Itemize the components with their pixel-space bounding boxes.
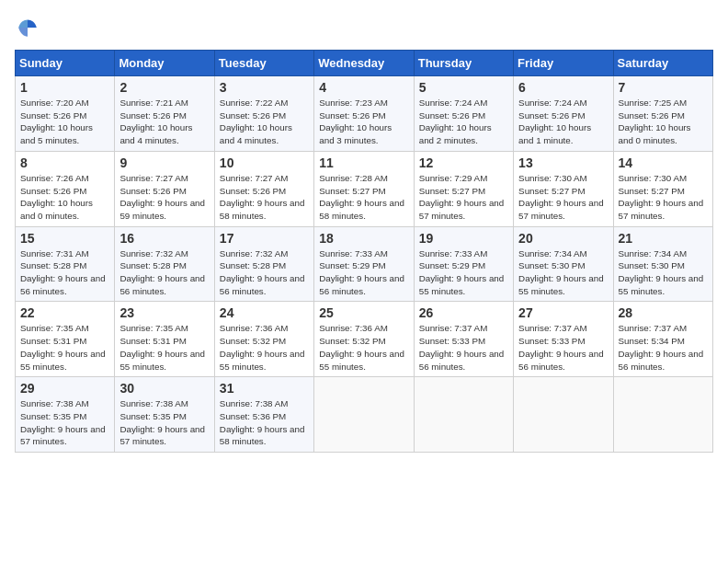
- day-info: Sunrise: 7:23 AM Sunset: 5:26 PM Dayligh…: [319, 97, 408, 147]
- calendar-cell: 15 Sunrise: 7:31 AM Sunset: 5:28 PM Dayl…: [16, 226, 115, 302]
- calendar-cell: 9 Sunrise: 7:27 AM Sunset: 5:26 PM Dayli…: [115, 151, 214, 226]
- weekday-header-row: SundayMondayTuesdayWednesdayThursdayFrid…: [16, 51, 713, 76]
- day-number: 7: [619, 80, 708, 95]
- day-number: 31: [220, 381, 309, 396]
- calendar-cell: 1 Sunrise: 7:20 AM Sunset: 5:26 PM Dayli…: [16, 76, 115, 152]
- weekday-header-tuesday: Tuesday: [214, 51, 313, 76]
- day-info: Sunrise: 7:25 AM Sunset: 5:26 PM Dayligh…: [619, 97, 708, 147]
- day-info: Sunrise: 7:21 AM Sunset: 5:26 PM Dayligh…: [119, 97, 209, 147]
- day-info: Sunrise: 7:28 AM Sunset: 5:27 PM Dayligh…: [319, 172, 408, 223]
- day-info: Sunrise: 7:31 AM Sunset: 5:28 PM Dayligh…: [20, 247, 109, 298]
- day-number: 10: [220, 155, 309, 170]
- calendar-cell: 2 Sunrise: 7:21 AM Sunset: 5:26 PM Dayli…: [115, 76, 214, 152]
- calendar-cell: [613, 377, 712, 453]
- day-info: Sunrise: 7:26 AM Sunset: 5:26 PM Dayligh…: [20, 172, 109, 223]
- calendar-cell: 29 Sunrise: 7:38 AM Sunset: 5:35 PM Dayl…: [16, 377, 115, 453]
- day-number: 18: [319, 231, 408, 246]
- calendar-cell: 19 Sunrise: 7:33 AM Sunset: 5:29 PM Dayl…: [414, 226, 513, 302]
- calendar-cell: 24 Sunrise: 7:36 AM Sunset: 5:32 PM Dayl…: [214, 302, 313, 377]
- day-number: 12: [419, 155, 508, 170]
- calendar-cell: 10 Sunrise: 7:27 AM Sunset: 5:26 PM Dayl…: [214, 151, 313, 226]
- calendar-table: SundayMondayTuesdayWednesdayThursdayFrid…: [15, 50, 713, 453]
- calendar-cell: 21 Sunrise: 7:34 AM Sunset: 5:30 PM Dayl…: [613, 226, 712, 302]
- day-info: Sunrise: 7:30 AM Sunset: 5:27 PM Dayligh…: [518, 172, 608, 223]
- day-number: 20: [518, 231, 608, 246]
- day-info: Sunrise: 7:24 AM Sunset: 5:26 PM Dayligh…: [518, 97, 608, 147]
- day-number: 13: [518, 155, 608, 170]
- day-info: Sunrise: 7:37 AM Sunset: 5:34 PM Dayligh…: [619, 322, 708, 373]
- calendar-cell: 5 Sunrise: 7:24 AM Sunset: 5:26 PM Dayli…: [414, 76, 513, 152]
- calendar-cell: 3 Sunrise: 7:22 AM Sunset: 5:26 PM Dayli…: [214, 76, 313, 152]
- day-number: 29: [20, 381, 109, 396]
- day-number: 9: [119, 155, 209, 170]
- calendar-cell: 11 Sunrise: 7:28 AM Sunset: 5:27 PM Dayl…: [314, 151, 414, 226]
- day-info: Sunrise: 7:37 AM Sunset: 5:33 PM Dayligh…: [518, 322, 608, 373]
- day-number: 26: [419, 305, 508, 320]
- day-info: Sunrise: 7:30 AM Sunset: 5:27 PM Dayligh…: [619, 172, 708, 223]
- day-number: 4: [319, 80, 408, 95]
- calendar-cell: 17 Sunrise: 7:32 AM Sunset: 5:28 PM Dayl…: [214, 226, 313, 302]
- day-number: 3: [220, 80, 309, 95]
- day-info: Sunrise: 7:38 AM Sunset: 5:36 PM Dayligh…: [220, 397, 309, 448]
- weekday-header-sunday: Sunday: [16, 51, 115, 76]
- day-number: 25: [319, 305, 408, 320]
- calendar-cell: 13 Sunrise: 7:30 AM Sunset: 5:27 PM Dayl…: [514, 151, 613, 226]
- calendar-cell: 8 Sunrise: 7:26 AM Sunset: 5:26 PM Dayli…: [16, 151, 115, 226]
- day-number: 11: [319, 155, 408, 170]
- day-number: 24: [220, 305, 309, 320]
- day-info: Sunrise: 7:33 AM Sunset: 5:29 PM Dayligh…: [319, 247, 408, 298]
- calendar-cell: 26 Sunrise: 7:37 AM Sunset: 5:33 PM Dayl…: [414, 302, 513, 377]
- calendar-cell: 16 Sunrise: 7:32 AM Sunset: 5:28 PM Dayl…: [115, 226, 214, 302]
- day-number: 14: [619, 155, 708, 170]
- logo-icon: [15, 15, 40, 40]
- day-info: Sunrise: 7:38 AM Sunset: 5:35 PM Dayligh…: [20, 397, 109, 448]
- day-info: Sunrise: 7:20 AM Sunset: 5:26 PM Dayligh…: [20, 97, 109, 147]
- day-info: Sunrise: 7:27 AM Sunset: 5:26 PM Dayligh…: [119, 172, 209, 223]
- calendar-cell: 6 Sunrise: 7:24 AM Sunset: 5:26 PM Dayli…: [514, 76, 613, 152]
- day-number: 5: [419, 80, 508, 95]
- day-info: Sunrise: 7:37 AM Sunset: 5:33 PM Dayligh…: [419, 322, 508, 373]
- calendar-cell: 23 Sunrise: 7:35 AM Sunset: 5:31 PM Dayl…: [115, 302, 214, 377]
- day-number: 15: [20, 231, 109, 246]
- calendar-cell: 12 Sunrise: 7:29 AM Sunset: 5:27 PM Dayl…: [414, 151, 513, 226]
- week-row-1: 1 Sunrise: 7:20 AM Sunset: 5:26 PM Dayli…: [16, 76, 713, 152]
- calendar-cell: 7 Sunrise: 7:25 AM Sunset: 5:26 PM Dayli…: [613, 76, 712, 152]
- weekday-header-saturday: Saturday: [613, 51, 712, 76]
- week-row-3: 15 Sunrise: 7:31 AM Sunset: 5:28 PM Dayl…: [16, 226, 713, 302]
- day-number: 6: [518, 80, 608, 95]
- weekday-header-monday: Monday: [115, 51, 214, 76]
- calendar-cell: [514, 377, 613, 453]
- calendar-cell: 25 Sunrise: 7:36 AM Sunset: 5:32 PM Dayl…: [314, 302, 414, 377]
- day-info: Sunrise: 7:35 AM Sunset: 5:31 PM Dayligh…: [20, 322, 109, 373]
- calendar-cell: 30 Sunrise: 7:38 AM Sunset: 5:35 PM Dayl…: [115, 377, 214, 453]
- day-number: 8: [20, 155, 109, 170]
- day-info: Sunrise: 7:36 AM Sunset: 5:32 PM Dayligh…: [220, 322, 309, 373]
- calendar-cell: 4 Sunrise: 7:23 AM Sunset: 5:26 PM Dayli…: [314, 76, 414, 152]
- week-row-4: 22 Sunrise: 7:35 AM Sunset: 5:31 PM Dayl…: [16, 302, 713, 377]
- day-info: Sunrise: 7:22 AM Sunset: 5:26 PM Dayligh…: [220, 97, 309, 147]
- weekday-header-friday: Friday: [514, 51, 613, 76]
- day-info: Sunrise: 7:38 AM Sunset: 5:35 PM Dayligh…: [119, 397, 209, 448]
- day-info: Sunrise: 7:24 AM Sunset: 5:26 PM Dayligh…: [419, 97, 508, 147]
- calendar-cell: 14 Sunrise: 7:30 AM Sunset: 5:27 PM Dayl…: [613, 151, 712, 226]
- weekday-header-wednesday: Wednesday: [314, 51, 414, 76]
- day-number: 2: [119, 80, 209, 95]
- calendar-cell: 27 Sunrise: 7:37 AM Sunset: 5:33 PM Dayl…: [514, 302, 613, 377]
- day-info: Sunrise: 7:33 AM Sunset: 5:29 PM Dayligh…: [419, 247, 508, 298]
- logo: [15, 15, 44, 40]
- day-number: 22: [20, 305, 109, 320]
- day-info: Sunrise: 7:29 AM Sunset: 5:27 PM Dayligh…: [419, 172, 508, 223]
- day-number: 21: [619, 231, 708, 246]
- calendar-cell: 31 Sunrise: 7:38 AM Sunset: 5:36 PM Dayl…: [214, 377, 313, 453]
- page-header: [15, 15, 713, 40]
- calendar-cell: 18 Sunrise: 7:33 AM Sunset: 5:29 PM Dayl…: [314, 226, 414, 302]
- day-info: Sunrise: 7:36 AM Sunset: 5:32 PM Dayligh…: [319, 322, 408, 373]
- day-number: 1: [20, 80, 109, 95]
- day-info: Sunrise: 7:34 AM Sunset: 5:30 PM Dayligh…: [619, 247, 708, 298]
- day-info: Sunrise: 7:34 AM Sunset: 5:30 PM Dayligh…: [518, 247, 608, 298]
- day-info: Sunrise: 7:27 AM Sunset: 5:26 PM Dayligh…: [220, 172, 309, 223]
- day-number: 17: [220, 231, 309, 246]
- calendar-body: 1 Sunrise: 7:20 AM Sunset: 5:26 PM Dayli…: [16, 76, 713, 453]
- week-row-5: 29 Sunrise: 7:38 AM Sunset: 5:35 PM Dayl…: [16, 377, 713, 453]
- calendar-cell: 28 Sunrise: 7:37 AM Sunset: 5:34 PM Dayl…: [613, 302, 712, 377]
